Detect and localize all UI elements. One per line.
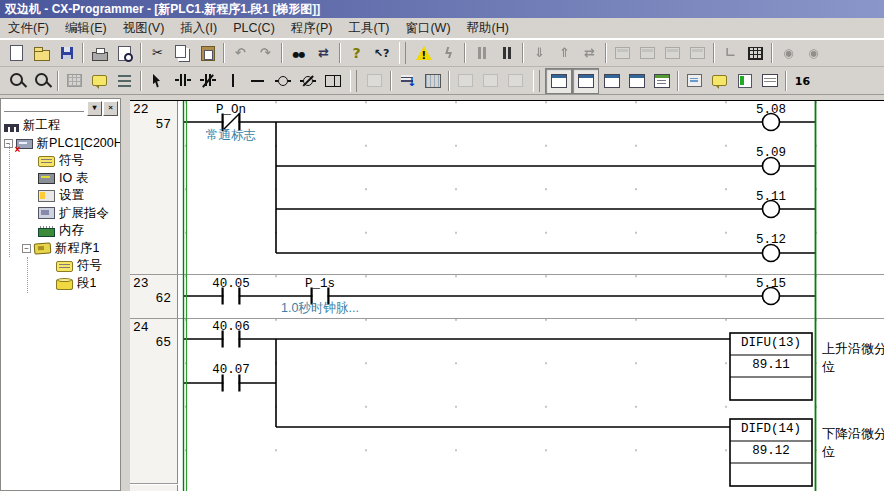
- instruction-name-difd[interactable]: DIFD(14): [730, 422, 812, 436]
- sidebar-item-settings[interactable]: 设置: [1, 187, 120, 205]
- sidebar-item-section1[interactable]: 段1: [1, 275, 120, 293]
- new-file-icon[interactable]: [4, 41, 29, 65]
- contact-label-40-05[interactable]: 40.05: [191, 277, 271, 291]
- new-coil-icon[interactable]: [270, 69, 295, 93]
- symbols-window-icon[interactable]: [707, 69, 732, 93]
- open-file-icon[interactable]: [29, 41, 54, 65]
- pause-icon[interactable]: [494, 41, 519, 65]
- show-rung-annotations-icon[interactable]: [112, 69, 137, 93]
- help-icon[interactable]: [344, 41, 369, 65]
- sidebar-item-io-table[interactable]: IO 表: [1, 170, 120, 188]
- coil-label-5-09[interactable]: 5.09: [741, 146, 801, 160]
- copy-icon[interactable]: [170, 41, 195, 65]
- coil-5-12[interactable]: [763, 245, 780, 262]
- debug-mode-icon[interactable]: [635, 41, 660, 65]
- new-vertical-line-icon[interactable]: [220, 69, 245, 93]
- contact-comment-p-on[interactable]: 常通标志: [191, 127, 271, 144]
- menu-window[interactable]: 窗口(W): [397, 18, 458, 39]
- contact-label-40-06[interactable]: 40.06: [191, 320, 271, 334]
- menu-plc[interactable]: PLC(C): [225, 19, 283, 37]
- menu-program[interactable]: 程序(P): [283, 18, 341, 39]
- coil-label-5-11[interactable]: 5.11: [741, 190, 801, 204]
- cut-icon[interactable]: [145, 41, 170, 65]
- run-mode-icon[interactable]: [685, 41, 710, 65]
- new-instruction-icon[interactable]: [320, 69, 345, 93]
- sidebar-item-memory[interactable]: 内存: [1, 222, 120, 240]
- coil-label-5-12[interactable]: 5.12: [741, 233, 801, 247]
- show-grid-icon[interactable]: [62, 69, 87, 93]
- workspace-dropdown-icon[interactable]: ▾: [87, 101, 102, 116]
- instruction-name-difu[interactable]: DIFU(13): [730, 336, 812, 350]
- toggle-project-window-icon[interactable]: [545, 68, 572, 94]
- work-online-icon[interactable]: [411, 41, 436, 65]
- cancel-changes-icon[interactable]: [478, 69, 503, 93]
- force-off-icon[interactable]: [801, 41, 826, 65]
- check-program-icon[interactable]: [682, 69, 707, 93]
- differential-monitor-icon[interactable]: [362, 69, 387, 93]
- toggle-output-window-icon[interactable]: [572, 68, 599, 94]
- contact-label-p-on[interactable]: P_On: [191, 103, 271, 117]
- instruction-operand-difd[interactable]: 89.12: [730, 444, 812, 458]
- redo-icon[interactable]: [253, 41, 278, 65]
- paste-icon[interactable]: [195, 41, 220, 65]
- menu-help[interactable]: 帮助(H): [459, 18, 517, 39]
- instruction-operand-difu[interactable]: 89.11: [730, 358, 812, 372]
- menu-view[interactable]: 视图(V): [115, 18, 173, 39]
- menu-tools[interactable]: 工具(T): [340, 18, 397, 39]
- cross-reference-icon[interactable]: [624, 69, 649, 93]
- coil-label-5-08[interactable]: 5.08: [741, 103, 801, 117]
- hex-monitor-icon[interactable]: [790, 69, 815, 93]
- menu-insert[interactable]: 插入(I): [172, 18, 225, 39]
- contact-label-p-1s[interactable]: P_1s: [280, 277, 360, 291]
- monitor-icon[interactable]: [436, 41, 461, 65]
- confirm-changes-icon[interactable]: [503, 69, 528, 93]
- new-closed-contact-icon[interactable]: [195, 69, 220, 93]
- upload-from-plc-icon[interactable]: [552, 41, 577, 65]
- step-run-icon[interactable]: [718, 41, 743, 65]
- send-changes-icon[interactable]: [453, 69, 478, 93]
- output-comment-difd[interactable]: 下降沿微分位: [822, 425, 884, 461]
- download-to-plc-icon[interactable]: [527, 41, 552, 65]
- coil-5-09[interactable]: [763, 158, 780, 175]
- ladder-diagram-view[interactable]: 22 57 23 62 24 65: [130, 100, 884, 491]
- monitor-mode-icon[interactable]: [660, 41, 685, 65]
- collapse-icon[interactable]: −: [22, 244, 31, 253]
- undo-icon[interactable]: [228, 41, 253, 65]
- io-comment-view-icon[interactable]: [757, 69, 782, 93]
- show-properties-icon[interactable]: [649, 69, 674, 93]
- force-on-icon[interactable]: [776, 41, 801, 65]
- context-help-icon[interactable]: [369, 41, 394, 65]
- menu-edit[interactable]: 编辑(E): [57, 18, 115, 39]
- sidebar-item-new-program1[interactable]: − 新程序1: [1, 240, 120, 258]
- print-icon[interactable]: [87, 41, 112, 65]
- sidebar-item-program-symbols[interactable]: 符号: [1, 257, 120, 275]
- toggle-watch-window-icon[interactable]: [599, 69, 624, 93]
- contact-label-40-07[interactable]: 40.07: [191, 363, 271, 377]
- sidebar-item-new-plc1[interactable]: − 新PLC1[C200HG: [1, 135, 120, 153]
- contact-comment-p-1s[interactable]: 1.0秒时钟脉...: [260, 300, 380, 317]
- new-contact-icon[interactable]: [170, 69, 195, 93]
- time-chart-icon[interactable]: [743, 41, 768, 65]
- panel-splitter[interactable]: [121, 96, 130, 491]
- zoom-icon[interactable]: [29, 69, 54, 93]
- workspace-close-icon[interactable]: ×: [103, 101, 118, 116]
- print-preview-icon[interactable]: [112, 41, 137, 65]
- find-replace-icon[interactable]: [311, 41, 336, 65]
- online-edit-icon[interactable]: [420, 69, 445, 93]
- menu-file[interactable]: 文件(F): [0, 18, 57, 39]
- new-horizontal-line-icon[interactable]: [245, 69, 270, 93]
- save-icon[interactable]: [54, 41, 79, 65]
- coil-label-5-15[interactable]: 5.15: [741, 277, 801, 291]
- zoom-fit-icon[interactable]: [4, 69, 29, 93]
- workspace-grip[interactable]: [4, 105, 84, 112]
- find-icon[interactable]: [286, 41, 311, 65]
- select-tool-icon[interactable]: [145, 69, 170, 93]
- program-mode-icon[interactable]: [610, 41, 635, 65]
- new-closed-coil-icon[interactable]: [295, 69, 320, 93]
- pause-monitor-icon[interactable]: [469, 41, 494, 65]
- sidebar-item-new-project[interactable]: 新工程: [1, 117, 120, 135]
- compare-with-plc-icon[interactable]: [577, 41, 602, 65]
- compile-program-icon[interactable]: [395, 69, 420, 93]
- show-comments-icon[interactable]: [87, 69, 112, 93]
- section-list-icon[interactable]: [732, 69, 757, 93]
